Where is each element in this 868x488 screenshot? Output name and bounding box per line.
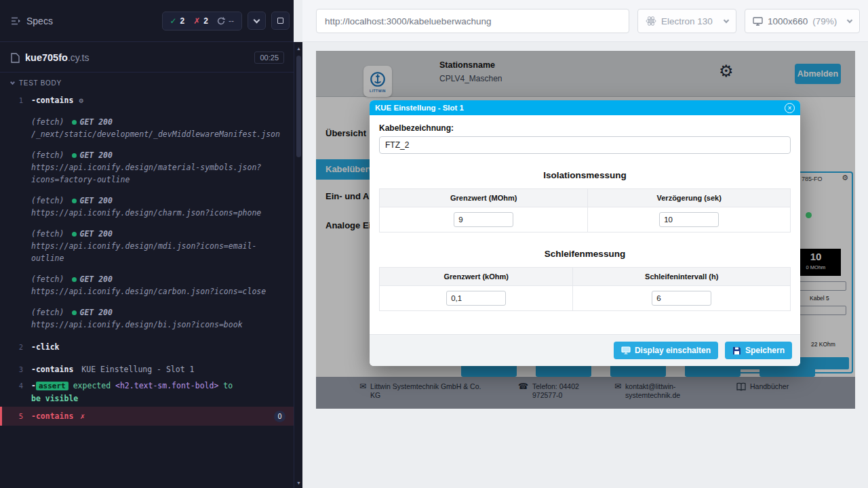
display-einschalten-button[interactable]: Display einschalten [614,342,718,359]
stat-pending: -- [217,16,234,26]
specs-label: Specs [26,16,53,26]
assert-element: <h2.text-sm.font-bold> [115,381,218,390]
command-row-assert[interactable]: 4 -assertexpected <h2.text-sm.font-bold>… [0,378,294,407]
fetch-url: https://api.iconify.design/mdi.json?icon… [31,240,287,264]
isolationsmessung-title: Isolationsmessung [379,170,791,180]
command-method: -contains [31,410,73,422]
kue-settings-modal: KUE Einstellung - Slot 1 × Kabelbezeichn… [370,100,800,366]
close-icon[interactable]: × [785,103,795,113]
failed-count: 2 [203,16,208,26]
stat-passed: ✓ 2 [170,16,185,26]
status-dot [72,199,77,203]
command-argument: KUE Einstellung - Slot 1 [81,365,194,374]
electron-icon [646,16,656,26]
collapse-chevron-button[interactable] [248,12,266,30]
command-method: -contains [31,365,73,374]
test-body-toggle[interactable]: TEST BODY [0,73,294,89]
chevron-down-icon [254,16,260,23]
screen: Specs ✓ 2 ✗ 2 -- [0,0,868,488]
speichern-button[interactable]: Speichern [725,342,792,359]
refresh-icon [217,17,225,25]
fetch-status: GET 200 [79,196,112,205]
column-header: Grenzwert (MOhm) [380,189,588,207]
fetch-label: (fetch) [31,229,64,239]
status-dot [72,310,77,315]
modal-title: KUE Einstellung - Slot 1 [375,104,464,112]
spec-extension: .cy.ts [68,52,90,63]
spec-duration: 00:25 [254,52,284,64]
grenzwert-kohm-input[interactable] [446,291,506,306]
fetch-url: https://api.iconify.design/bi.json?icons… [31,319,287,331]
fetch-status: GET 200 [79,308,112,317]
reporter-scrollbar[interactable]: ▲ ▼ [294,42,302,488]
command-number: 1 [0,94,31,106]
save-icon [732,346,741,355]
command-options-icon: ⚙ [79,96,83,105]
status-dot [72,153,77,158]
modal-header: KUE Einstellung - Slot 1 × [370,100,800,115]
display-button-label: Display einschalten [635,346,711,355]
browser-selector[interactable]: Electron 130 [637,9,736,33]
command-dash: - [31,381,36,390]
command-method: -click [31,342,60,352]
fetch-label: (fetch) [31,196,64,205]
command-row-contains[interactable]: 3 -containsKUE Einstellung - Slot 1 [0,361,294,378]
passed-count: 2 [180,16,185,26]
grenzwert-mohm-input[interactable] [454,212,513,227]
fetch-url: https://api.iconify.design/material-symb… [31,161,287,186]
url-bar[interactable] [316,9,629,33]
assert-badge: assert [36,382,68,390]
network-log-entry[interactable]: (fetch)GET 200 /_next/static/development… [0,114,294,142]
fetch-status: GET 200 [79,117,112,127]
chevron-down-icon [10,79,15,84]
stop-button[interactable] [271,12,290,30]
viewport-size: 1000x660 [768,16,808,26]
isolationsmessung-table: Grenzwert (MOhm) Verzögerung (sek) [379,188,791,232]
column-header: Grenzwert (kOhm) [380,268,573,286]
verzoegerung-sek-input[interactable] [659,212,719,227]
fetch-status: GET 200 [79,274,112,284]
command-row-contains[interactable]: 1 -contains⚙ [0,92,294,109]
command-row-click[interactable]: 2 -click [0,339,294,355]
status-dot [72,277,77,282]
fetch-url: https://api.iconify.design/charm.json?ic… [31,207,287,219]
chevron-down-icon [724,17,729,22]
specs-menu-button[interactable]: Specs [11,16,53,26]
network-log-entry[interactable]: (fetch)GET 200 https://api.iconify.desig… [0,226,294,266]
fetch-label: (fetch) [31,308,64,317]
network-log-entry[interactable]: (fetch)GET 200 https://api.iconify.desig… [0,192,294,221]
kabelbezeichnung-input[interactable] [379,136,791,154]
spec-row[interactable]: kue705fo.cy.ts 00:25 [0,42,294,73]
fetch-label: (fetch) [31,150,64,160]
schleifenmessung-title: Schleifenmessung [379,249,791,259]
check-icon: ✓ [170,16,177,26]
fail-count-badge: 0 [274,411,285,422]
command-row-failed[interactable]: 5 -contains ✗ 0 [0,407,294,426]
assert-message: to [223,381,233,390]
modal-body: Kabelbezeichnung: Isolationsmessung Gren… [370,115,800,334]
network-log-entry[interactable]: (fetch)GET 200 https://api.iconify.desig… [0,304,294,333]
column-header: Schleifenintervall (h) [573,268,791,286]
specs-list-icon [11,16,21,26]
modal-footer: Display einschalten Speichern [370,334,800,366]
fetch-status: GET 200 [79,229,112,239]
chevron-down-icon [847,17,852,22]
status-dot [72,232,77,237]
command-number: 2 [0,341,31,353]
aut-viewer: Electron 130 1000x660 (79%) [302,0,868,488]
display-icon [621,346,631,354]
command-number: 4 [0,380,31,392]
network-log-entry[interactable]: (fetch)GET 200 https://api.iconify.desig… [0,147,294,188]
schleifenintervall-input[interactable] [652,291,711,306]
viewer-header: Electron 130 1000x660 (79%) [302,0,868,42]
command-number: 3 [0,363,31,375]
fetch-url: /_next/static/development/_devMiddleware… [31,128,287,140]
viewport-selector[interactable]: 1000x660 (79%) [745,9,860,33]
stop-icon [277,18,283,24]
network-log-entry[interactable]: (fetch)GET 200 https://api.iconify.desig… [0,271,294,300]
column-header: Verzögerung (sek) [588,189,791,207]
pending-count: -- [229,16,234,26]
test-stats: ✓ 2 ✗ 2 -- [162,12,243,30]
reporter-header: Specs ✓ 2 ✗ 2 -- [0,0,294,42]
scrollbar-thumb[interactable] [296,56,301,157]
